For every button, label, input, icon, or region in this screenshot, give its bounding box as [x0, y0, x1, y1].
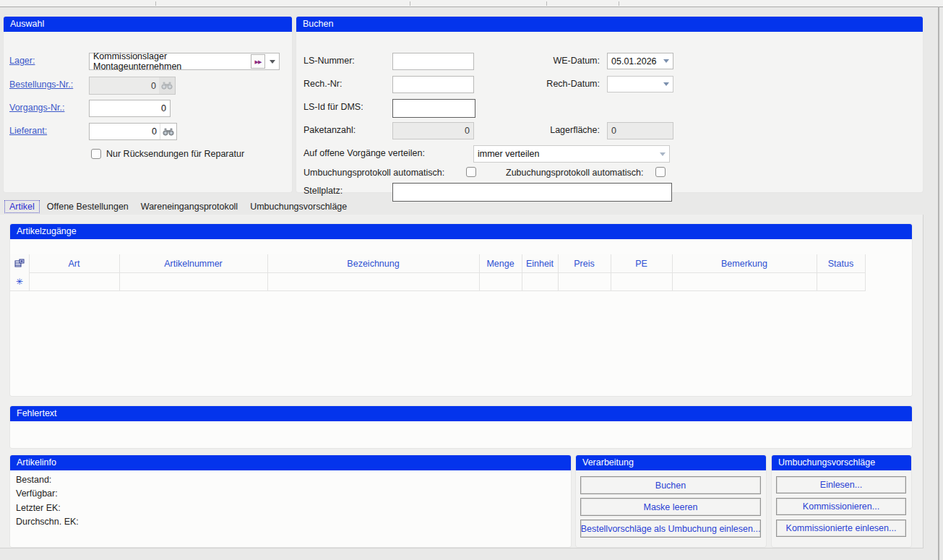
column-header-einheit[interactable]: Einheit: [522, 254, 558, 273]
buchen-panel-title: Buchen: [296, 17, 923, 32]
lagerflaeche-value: 0: [611, 126, 669, 136]
bestellung-input: 0: [89, 77, 176, 95]
umbuchungsprotokoll-label: Umbuchungsprotokoll automatisch:: [303, 168, 444, 178]
verteilen-dropdown[interactable]: immer verteilen: [473, 145, 670, 163]
we-datum-label: WE-Datum:: [513, 56, 600, 66]
verteilen-value: immer verteilen: [478, 149, 655, 159]
vorgang-input[interactable]: 0: [89, 100, 171, 117]
artikelzugaenge-grid[interactable]: Art Artikelnummer Bezeichnung Menge Einh…: [10, 254, 866, 291]
lieferant-input[interactable]: 0: [89, 123, 177, 140]
chevron-down-icon[interactable]: [660, 152, 666, 156]
lagerflaeche-input: 0: [607, 122, 673, 139]
buchen-panel: Buchen LS-Nummer: Rech.-Nr: LS-Id für DM…: [296, 17, 923, 192]
detail-tabs: Artikel Offene Bestellungen Wareneingang…: [4, 199, 354, 214]
zubuchungsprotokoll-label: Zubuchungsprotokoll automatisch:: [506, 168, 643, 178]
stellplatz-input[interactable]: [392, 183, 672, 202]
buchen-button[interactable]: Buchen: [580, 476, 761, 494]
rech-nr-input[interactable]: [392, 76, 474, 93]
rech-datum-label: Rech-Datum:: [513, 79, 600, 89]
umbuchungsvorschlaege-panel: Umbuchungsvorschläge Einlesen... Kommiss…: [772, 455, 911, 547]
fehlertext-content: [10, 421, 912, 448]
tab-umbuchungsvorschlaege[interactable]: Umbuchungsvorschläge: [245, 200, 352, 213]
letzter-ek-label: Letzter EK:: [16, 503, 61, 513]
cell-menge[interactable]: [479, 273, 522, 291]
verfuegbar-label: Verfügbar:: [16, 488, 58, 499]
column-header-preis[interactable]: Preis: [558, 254, 611, 273]
bestellung-value: 0: [93, 81, 156, 91]
tab-separator: [410, 1, 410, 6]
rech-nr-label: Rech.-Nr:: [303, 79, 342, 89]
lagerflaeche-label: Lagerfläche:: [513, 125, 600, 135]
artikelinfo-panel-title: Artikelinfo: [10, 455, 571, 470]
artikelzugaenge-panel-title: Artikelzugänge: [10, 224, 912, 239]
cell-preis[interactable]: [558, 273, 611, 291]
column-header-pe[interactable]: PE: [611, 254, 672, 273]
column-header-bezeichnung[interactable]: Bezeichnung: [267, 254, 479, 273]
cell-bezeichnung[interactable]: [267, 273, 479, 291]
column-header-artikelnummer[interactable]: Artikelnummer: [119, 254, 267, 273]
kommissionierte-einlesen-button[interactable]: Kommissionierte einlesen...: [776, 520, 906, 537]
cell-einheit[interactable]: [522, 273, 558, 291]
verteilen-label: Auf offene Vorgänge verteilen:: [303, 148, 425, 158]
nur-ruecksendungen-checkbox-row[interactable]: Nur Rücksendungen für Reparatur: [91, 149, 244, 159]
ls-id-dms-input[interactable]: [392, 99, 475, 118]
kommissionieren-button[interactable]: Kommissionieren...: [776, 498, 906, 515]
binoculars-icon[interactable]: [160, 124, 176, 139]
chevron-down-icon[interactable]: [270, 60, 275, 64]
top-tab-strip: [0, 0, 943, 7]
nur-ruecksendungen-checkbox[interactable]: [91, 149, 101, 159]
bestellvorschlaege-umbuchung-button[interactable]: Bestellvorschläge als Umbuchung einlesen…: [580, 520, 761, 538]
bestand-label: Bestand:: [16, 475, 51, 485]
cell-bemerkung[interactable]: [672, 273, 817, 291]
auswahl-panel: Auswahl Lager: Kommissionslager Montageu…: [4, 17, 292, 192]
expand-lookup-icon[interactable]: ▶▶: [251, 54, 265, 69]
lager-value: Kommissionslager Montageunternehmen: [93, 51, 248, 72]
lager-combobox[interactable]: Kommissionslager Montageunternehmen ▶▶: [89, 53, 280, 70]
ls-id-dms-label: LS-Id für DMS:: [303, 102, 363, 112]
tab-wareneingangsprotokoll[interactable]: Wareneingangsprotokoll: [136, 200, 243, 213]
column-header-status[interactable]: Status: [817, 254, 865, 273]
tab-separator: [155, 1, 156, 6]
artikel-tab-page: Artikelzugänge: [0, 215, 923, 548]
grid-customize-icon[interactable]: [10, 254, 29, 273]
paketanzahl-value: 0: [397, 126, 470, 136]
window-right-edge: [938, 7, 939, 560]
lager-label[interactable]: Lager:: [9, 56, 35, 66]
we-datum-value: 05.01.2026: [611, 56, 659, 66]
paketanzahl-label: Paketanzahl:: [303, 125, 356, 135]
cell-status[interactable]: [817, 273, 865, 291]
auswahl-panel-title: Auswahl: [4, 17, 292, 32]
vorgang-label[interactable]: Vorgangs-Nr.:: [9, 103, 64, 113]
maske-leeren-button[interactable]: Maske leeren: [580, 498, 761, 516]
verarbeitung-panel: Verarbeitung Buchen Maske leeren Bestell…: [576, 455, 766, 547]
chevron-down-icon[interactable]: [663, 82, 669, 86]
cell-pe[interactable]: [611, 273, 672, 291]
einlesen-button[interactable]: Einlesen...: [776, 476, 906, 494]
table-row[interactable]: ✳: [10, 273, 865, 291]
paketanzahl-input: 0: [392, 122, 474, 139]
we-datum-picker[interactable]: 05.01.2026: [607, 53, 673, 69]
tab-separator: [619, 1, 619, 6]
nur-ruecksendungen-label: Nur Rücksendungen für Reparatur: [106, 149, 244, 159]
umbuchungsvorschlaege-panel-title: Umbuchungsvorschläge: [772, 455, 911, 470]
bestellung-label[interactable]: Bestellungs-Nr.:: [9, 79, 73, 90]
chevron-down-icon[interactable]: [663, 59, 669, 63]
vorgang-value: 0: [93, 103, 166, 113]
lieferant-label[interactable]: Lieferant:: [9, 126, 47, 136]
umbuchungsprotokoll-checkbox[interactable]: [466, 167, 476, 177]
tab-offene-bestellungen[interactable]: Offene Bestellungen: [42, 200, 134, 213]
rech-datum-picker[interactable]: [607, 76, 673, 92]
column-header-menge[interactable]: Menge: [479, 254, 522, 273]
artikelzugaenge-panel: Artikelzugänge: [10, 224, 912, 396]
column-header-bemerkung[interactable]: Bemerkung: [672, 254, 817, 273]
zubuchungsprotokoll-checkbox[interactable]: [655, 167, 666, 177]
cell-art[interactable]: [29, 273, 119, 291]
fehlertext-panel-title: Fehlertext: [10, 406, 912, 421]
stellplatz-label: Stellplatz:: [303, 186, 343, 196]
column-header-art[interactable]: Art: [29, 254, 119, 273]
tab-artikel[interactable]: Artikel: [4, 200, 40, 213]
artikelinfo-panel: Artikelinfo Bestand: Verfügbar: Letzter …: [10, 455, 571, 547]
ls-nummer-input[interactable]: [392, 53, 474, 70]
cell-artikelnummer[interactable]: [119, 273, 267, 291]
tab-separator: [546, 1, 547, 6]
